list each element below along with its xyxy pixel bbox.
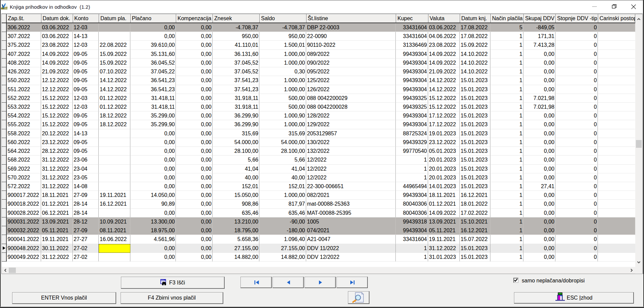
svg-text:KPO: KPO — [4, 8, 8, 9]
